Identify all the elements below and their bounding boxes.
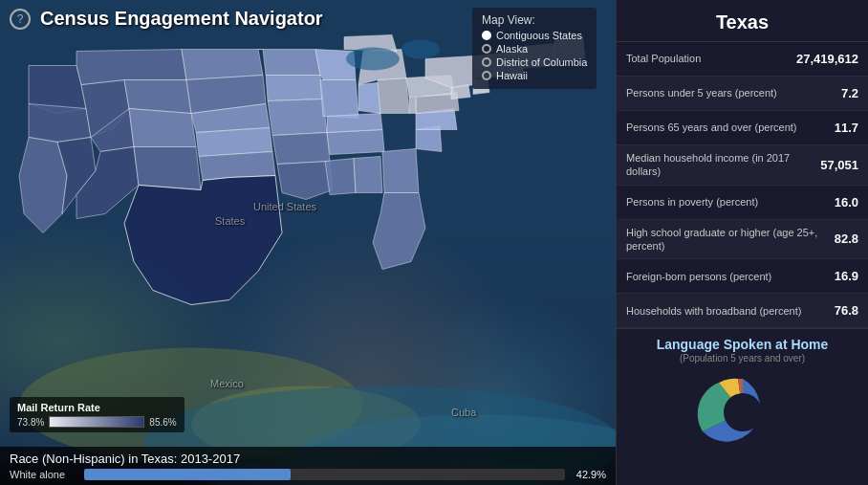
radio-alaska[interactable]: Alaska [482,43,587,55]
svg-marker-6 [29,104,91,143]
stats-row-2: Persons 65 years and over (percent) 11.7 [617,111,868,145]
stat-label-3: Median household income (in 2017 dollars… [626,151,820,179]
stat-label-2: Persons 65 years and over (percent) [626,121,835,134]
svg-marker-42 [409,98,416,114]
stat-label-7: Households with broadband (percent) [626,304,835,318]
donut-chart-container [626,369,858,455]
svg-marker-30 [354,157,382,193]
stats-list: Total Population 27,419,612 Persons unde… [617,42,868,328]
radio-label-alaska: Alaska [496,43,528,55]
radio-label-dc: District of Columbia [496,56,587,68]
race-label-white: White alone [10,469,76,480]
svg-marker-24 [268,99,327,136]
state-title: Texas [617,0,868,42]
donut-chart [685,369,800,455]
stat-label-1: Persons under 5 years (percent) [626,86,841,99]
stat-label-5: High school graduate or higher (age 25+,… [626,226,835,254]
race-pct-white: 42.9% [573,469,606,480]
legend-bar-container: 73.8% 85.6% [17,416,177,428]
stat-label-4: Persons in poverty (percent) [626,195,835,209]
svg-marker-33 [358,83,380,114]
stats-row-5: High school graduate or higher (age 25+,… [617,220,868,260]
svg-marker-11 [124,80,191,114]
radio-circle-contiguous [482,31,491,40]
radio-label-contiguous: Contiguous States [496,30,582,41]
language-subtitle: (Population 5 years and over) [626,353,858,364]
help-icon[interactable]: ? [10,9,31,30]
stat-value-7: 76.8 [835,303,858,318]
legend-max: 85.6% [149,417,176,428]
map-legend: Mail Return Rate 73.8% 85.6% [10,397,184,432]
stat-value-3: 57,051 [820,158,858,172]
svg-marker-34 [378,78,409,114]
radio-circle-hawaii [482,71,491,80]
stat-label-6: Foreign-born persons (percent) [626,270,835,283]
svg-point-51 [401,40,440,59]
radio-contiguous[interactable]: Contiguous States [482,30,587,41]
stat-label-0: Total Population [626,52,796,65]
right-panel: Texas Total Population 27,419,612 Person… [616,0,868,485]
svg-marker-19 [196,128,272,157]
stat-value-4: 16.0 [835,195,858,209]
app-title: Census Engagement Navigator [40,8,323,30]
svg-marker-37 [382,149,419,193]
svg-point-52 [724,393,762,431]
radio-dc[interactable]: District of Columbia [482,56,587,68]
svg-marker-22 [258,50,320,76]
radio-label-hawaii: Hawaii [496,70,528,81]
stats-row-6: Foreign-born persons (percent) 16.9 [617,259,868,294]
svg-marker-29 [325,159,356,195]
stats-row-1: Persons under 5 years (percent) 7.2 [617,77,868,111]
svg-marker-13 [129,109,196,147]
stat-value-1: 7.2 [841,86,858,100]
race-title: Race (Non-Hispanic) in Texas: 2013-2017 [10,452,606,466]
map-view-panel: Map View: Contiguous States Alaska Distr… [472,8,597,89]
svg-marker-28 [320,80,358,119]
map-view-label: Map View: [482,13,587,27]
radio-hawaii[interactable]: Hawaii [482,70,587,81]
stat-value-0: 27,419,612 [796,52,858,66]
svg-marker-23 [266,76,323,101]
bottom-bar: Race (Non-Hispanic) in Texas: 2013-2017 … [0,447,616,485]
race-bar-fill-white [84,469,291,480]
svg-point-50 [346,48,400,71]
legend-bar [49,416,144,428]
stat-value-5: 82.8 [835,231,858,246]
stats-row-3: Median household income (in 2017 dollars… [617,145,868,186]
svg-marker-45 [451,85,470,99]
race-bar-track-white [84,469,565,480]
svg-marker-16 [182,50,263,80]
race-row-white: White alone 42.9% [10,469,606,480]
svg-marker-15 [134,147,201,190]
stats-row-4: Persons in poverty (percent) 16.0 [617,186,868,220]
legend-title: Mail Return Rate [17,402,177,413]
stats-row-0: Total Population 27,419,612 [617,42,868,77]
svg-marker-31 [327,130,384,155]
svg-marker-32 [327,114,382,133]
radio-circle-dc [482,57,491,67]
stats-row-7: Households with broadband (percent) 76.8 [617,294,868,328]
svg-marker-25 [272,133,330,165]
map-panel: ? Census Engagement Navigator Map View: … [0,0,616,485]
stat-value-6: 16.9 [835,269,858,283]
legend-min: 73.8% [17,417,44,428]
language-section: Language Spoken at Home (Population 5 ye… [617,328,868,459]
language-title: Language Spoken at Home [626,337,858,352]
svg-marker-10 [76,50,186,85]
radio-circle-alaska [482,44,491,54]
stat-value-2: 11.7 [835,121,858,135]
